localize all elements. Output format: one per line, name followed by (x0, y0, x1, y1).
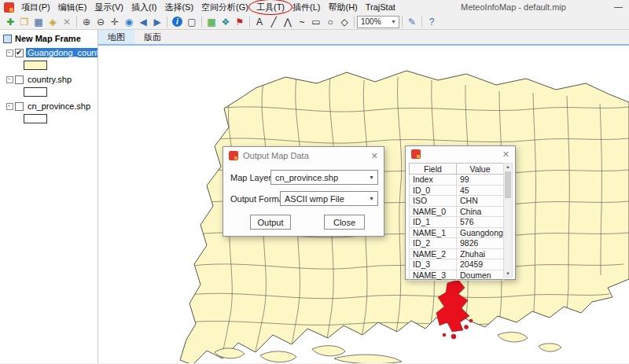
table-row: NAME_3Doumen (410, 270, 504, 281)
layer-name: country.shp (26, 75, 73, 84)
legend-swatch[interactable] (24, 61, 47, 70)
scroll-up-icon[interactable]: ▲ (504, 164, 512, 169)
scroll-down-icon[interactable]: ▼ (504, 271, 512, 276)
dialog-titlebar[interactable]: Output Map Data ✕ (223, 147, 384, 164)
draw-line-icon[interactable]: ╱ (267, 15, 281, 28)
menu-project[interactable]: 项目(P) (17, 0, 54, 14)
legend-panel: New Map Frame Guangdong_county.shp count… (0, 30, 98, 363)
layer-name: Guangdong_county.shp (26, 48, 97, 57)
full-extent-icon[interactable]: ◉ (122, 15, 136, 28)
chevron-down-icon: ▾ (388, 18, 399, 25)
layer-item-guangdong-county[interactable]: Guangdong_county.shp (0, 46, 97, 59)
draw-curve-icon[interactable]: ~ (295, 15, 309, 28)
attribute-table: Field Value Index99 ID_045 ISOCHN NAME_0… (409, 163, 504, 281)
attributes-dialog: ✕ Field Value Index99 ID_045 ISOCHN NAME… (405, 145, 516, 280)
table-row: ID_29826 (410, 238, 504, 249)
toolbar-separator (167, 17, 167, 28)
chevron-down-icon: ▾ (366, 174, 377, 181)
close-icon[interactable]: ✕ (371, 151, 378, 161)
edit-pencil-icon[interactable]: ✎ (405, 15, 419, 28)
dialog-app-icon (411, 149, 421, 159)
open-folder-icon[interactable]: ❐ (17, 15, 31, 28)
toolbar-separator (249, 17, 250, 28)
table-header-row: Field Value (410, 164, 504, 175)
draw-circle-icon[interactable]: ○ (323, 15, 337, 28)
pan-icon[interactable]: ✛ (108, 15, 122, 28)
window-title: MeteoInfoMap - default.mip (461, 0, 566, 14)
menu-geoprocessing[interactable]: 空间分析(G) (197, 0, 252, 14)
text-icon[interactable]: A (252, 15, 267, 28)
layer-name: cn_province.shp (26, 101, 92, 111)
output-button[interactable]: Output (250, 215, 291, 230)
draw-polyline-icon[interactable]: ⋀ (281, 15, 295, 28)
layer-item-country[interactable]: country.shp (0, 73, 97, 86)
menu-edit[interactable]: 编辑(E) (54, 0, 91, 14)
menu-tools[interactable]: 工具(T) (252, 0, 289, 14)
label-icon[interactable]: ❖ (219, 15, 233, 28)
table-row: ID_045 (410, 185, 504, 196)
dialog-title: Output Map Data (243, 151, 309, 160)
new-icon[interactable]: ✚ (3, 15, 17, 28)
next-extent-icon[interactable]: ▶ (150, 15, 164, 28)
legend-swatch[interactable] (24, 114, 47, 123)
expander-icon[interactable] (6, 50, 13, 57)
value-column-header: Value (457, 164, 504, 175)
expander-icon[interactable] (6, 103, 13, 110)
table-row: ID_320459 (410, 259, 504, 270)
toolbar-separator (201, 17, 202, 28)
prev-extent-icon[interactable]: ◀ (136, 15, 150, 28)
menu-help[interactable]: 帮助(H) (324, 0, 361, 14)
toolbar-icons: ✚❐▦◈✕⊕⊖✛◉◀▶i▢▦❖⚑A╱⋀~▭○◇100%▾✎? (3, 15, 439, 28)
map-layer-label: Map Layer: (230, 173, 274, 182)
dialog-app-icon (229, 151, 238, 160)
zoom-out-icon[interactable]: ⊖ (94, 15, 108, 28)
menu-view[interactable]: 显示(V) (90, 0, 127, 14)
table-row: Index99 (410, 175, 504, 186)
expander-icon[interactable] (6, 76, 13, 83)
toolbar-separator (354, 17, 355, 28)
map-frame-node[interactable]: New Map Frame (0, 32, 97, 45)
menu-trajstat[interactable]: TrajStat (362, 0, 399, 14)
map-layer-combo[interactable]: cn_province.shp ▾ (270, 170, 378, 185)
minimize-button[interactable]: — (614, 0, 623, 14)
application-window: 项目(P) 编辑(E) 显示(V) 插入(I) 选择(S) 空间分析(G) 工具… (0, 0, 629, 364)
menu-insert[interactable]: 插入(I) (127, 0, 160, 14)
vertical-scrollbar[interactable]: ▲ ▼ (503, 163, 513, 278)
table-row: ID_1576 (410, 217, 504, 228)
output-map-data-dialog: Output Map Data ✕ Map Layer: cn_province… (223, 146, 384, 237)
layer-item-cn-province[interactable]: cn_province.shp (0, 100, 97, 112)
dialog-titlebar[interactable]: ✕ (406, 146, 515, 162)
attribute-table-icon[interactable]: ▦ (204, 15, 219, 28)
toolbar: ✚❐▦◈✕⊕⊖✛◉◀▶i▢▦❖⚑A╱⋀~▭○◇100%▾✎? (0, 14, 629, 30)
legend-swatch[interactable] (24, 87, 47, 97)
close-button[interactable]: Close (324, 215, 365, 230)
menu-select[interactable]: 选择(S) (160, 0, 197, 14)
toolbar-separator (402, 17, 403, 28)
save-icon[interactable]: ▦ (31, 15, 46, 28)
chevron-down-icon: ▾ (366, 195, 377, 202)
layer-checkbox[interactable] (15, 75, 24, 84)
select-rectangle-icon[interactable]: ▢ (185, 15, 199, 28)
menu-bar: 项目(P) 编辑(E) 显示(V) 插入(I) 选择(S) 空间分析(G) 工具… (0, 0, 629, 14)
flag-icon[interactable]: ⚑ (233, 15, 247, 28)
output-format-combo[interactable]: ASCII wmp File ▾ (280, 191, 378, 206)
draw-polygon-icon[interactable]: ◇ (337, 15, 351, 28)
view-tabs: 地图 版面 (98, 30, 629, 46)
layer-checkbox[interactable] (15, 49, 24, 57)
toolbar-separator (76, 17, 77, 28)
tab-map[interactable]: 地图 (98, 30, 134, 44)
layer-checkbox[interactable] (15, 102, 24, 111)
scrollbar-thumb[interactable] (505, 171, 511, 198)
help-icon[interactable]: ? (425, 15, 439, 28)
remove-layer-icon[interactable]: ✕ (60, 15, 74, 28)
zoom-in-icon[interactable]: ⊕ (79, 15, 94, 28)
draw-rectangle-icon[interactable]: ▭ (309, 15, 323, 28)
menu-plugins[interactable]: 插件(L) (289, 0, 324, 14)
zoom-level-combo[interactable]: 100%▾ (357, 16, 399, 28)
table-row: ISOCHN (410, 196, 504, 207)
identify-icon[interactable]: i (172, 17, 182, 27)
tab-layout[interactable]: 版面 (134, 30, 171, 44)
close-icon[interactable]: ✕ (502, 149, 509, 160)
map-layer-value: cn_province.shp (275, 173, 338, 182)
add-layer-icon[interactable]: ◈ (46, 15, 60, 28)
